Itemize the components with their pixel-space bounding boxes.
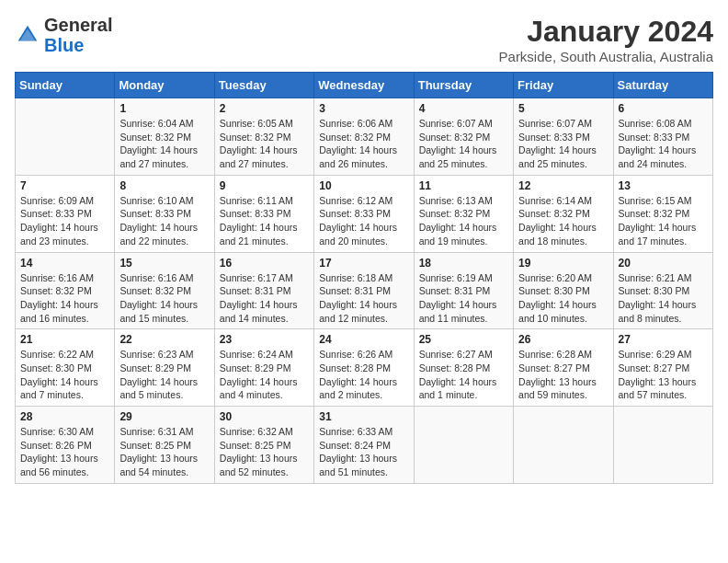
- day-number: 29: [119, 410, 209, 423]
- calendar-week-row: 1Sunrise: 6:04 AM Sunset: 8:32 PM Daylig…: [16, 98, 713, 176]
- day-info: Sunrise: 6:16 AM Sunset: 8:32 PM Dayligh…: [20, 271, 109, 326]
- calendar-cell: 6Sunrise: 6:08 AM Sunset: 8:33 PM Daylig…: [613, 98, 712, 176]
- day-number: 30: [220, 410, 309, 423]
- calendar-cell: 25Sunrise: 6:27 AM Sunset: 8:28 PM Dayli…: [414, 329, 513, 407]
- day-info: Sunrise: 6:28 AM Sunset: 8:27 PM Dayligh…: [518, 348, 608, 402]
- logo: General Blue: [15, 15, 112, 55]
- day-number: 17: [319, 257, 408, 270]
- day-number: 5: [518, 102, 608, 115]
- calendar-cell: 10Sunrise: 6:12 AM Sunset: 8:33 PM Dayli…: [314, 175, 414, 252]
- day-info: Sunrise: 6:32 AM Sunset: 8:25 PM Dayligh…: [220, 425, 309, 479]
- day-info: Sunrise: 6:21 AM Sunset: 8:30 PM Dayligh…: [619, 271, 708, 326]
- weekday-header-friday: Friday: [514, 73, 613, 98]
- day-info: Sunrise: 6:26 AM Sunset: 8:28 PM Dayligh…: [319, 348, 408, 402]
- day-info: Sunrise: 6:06 AM Sunset: 8:32 PM Dayligh…: [319, 117, 408, 171]
- day-number: 12: [518, 179, 608, 192]
- day-info: Sunrise: 6:12 AM Sunset: 8:33 PM Dayligh…: [319, 194, 408, 248]
- weekday-header-sunday: Sunday: [16, 73, 115, 98]
- calendar-cell: 28Sunrise: 6:30 AM Sunset: 8:26 PM Dayli…: [16, 407, 115, 484]
- calendar-cell: [514, 407, 613, 484]
- day-info: Sunrise: 6:18 AM Sunset: 8:31 PM Dayligh…: [319, 271, 408, 326]
- logo-text: General Blue: [44, 15, 112, 55]
- day-number: 3: [319, 102, 408, 115]
- calendar-cell: [414, 407, 513, 484]
- title-block: January 2024 Parkside, South Australia, …: [499, 15, 713, 64]
- calendar-cell: 23Sunrise: 6:24 AM Sunset: 8:29 PM Dayli…: [214, 329, 313, 407]
- day-info: Sunrise: 6:09 AM Sunset: 8:33 PM Dayligh…: [20, 194, 109, 248]
- calendar-cell: [613, 407, 712, 484]
- calendar-table: SundayMondayTuesdayWednesdayThursdayFrid…: [15, 72, 713, 484]
- day-number: 23: [220, 333, 309, 346]
- day-info: Sunrise: 6:08 AM Sunset: 8:33 PM Dayligh…: [619, 117, 708, 171]
- day-info: Sunrise: 6:31 AM Sunset: 8:25 PM Dayligh…: [119, 425, 209, 479]
- calendar-cell: 29Sunrise: 6:31 AM Sunset: 8:25 PM Dayli…: [115, 407, 214, 484]
- day-number: 8: [119, 179, 209, 192]
- day-info: Sunrise: 6:23 AM Sunset: 8:29 PM Dayligh…: [119, 348, 209, 402]
- day-number: 27: [619, 333, 708, 346]
- calendar-cell: 15Sunrise: 6:16 AM Sunset: 8:32 PM Dayli…: [115, 252, 214, 329]
- day-info: Sunrise: 6:16 AM Sunset: 8:32 PM Dayligh…: [119, 271, 209, 326]
- calendar-cell: 1Sunrise: 6:04 AM Sunset: 8:32 PM Daylig…: [115, 98, 214, 176]
- calendar-cell: 31Sunrise: 6:33 AM Sunset: 8:24 PM Dayli…: [314, 407, 414, 484]
- logo-blue: Blue: [44, 35, 84, 55]
- day-number: 20: [619, 257, 708, 270]
- calendar-cell: 3Sunrise: 6:06 AM Sunset: 8:32 PM Daylig…: [314, 98, 414, 176]
- calendar-cell: 9Sunrise: 6:11 AM Sunset: 8:33 PM Daylig…: [214, 175, 313, 252]
- calendar-week-row: 7Sunrise: 6:09 AM Sunset: 8:33 PM Daylig…: [16, 175, 713, 252]
- calendar-cell: 12Sunrise: 6:14 AM Sunset: 8:32 PM Dayli…: [514, 175, 613, 252]
- day-number: 14: [20, 257, 109, 270]
- day-number: 21: [20, 333, 109, 346]
- day-number: 15: [119, 257, 209, 270]
- logo-icon: [15, 22, 40, 48]
- day-info: Sunrise: 6:14 AM Sunset: 8:32 PM Dayligh…: [518, 194, 608, 248]
- calendar-cell: 14Sunrise: 6:16 AM Sunset: 8:32 PM Dayli…: [16, 252, 115, 329]
- calendar-cell: 24Sunrise: 6:26 AM Sunset: 8:28 PM Dayli…: [314, 329, 414, 407]
- day-number: 7: [20, 179, 109, 192]
- day-info: Sunrise: 6:10 AM Sunset: 8:33 PM Dayligh…: [119, 194, 209, 248]
- calendar-cell: 4Sunrise: 6:07 AM Sunset: 8:32 PM Daylig…: [414, 98, 513, 176]
- weekday-header-wednesday: Wednesday: [314, 73, 414, 98]
- day-info: Sunrise: 6:33 AM Sunset: 8:24 PM Dayligh…: [319, 425, 408, 479]
- day-number: 13: [619, 179, 708, 192]
- calendar-subtitle: Parkside, South Australia, Australia: [499, 49, 713, 64]
- day-info: Sunrise: 6:30 AM Sunset: 8:26 PM Dayligh…: [20, 425, 109, 479]
- day-number: 10: [319, 179, 408, 192]
- calendar-cell: 11Sunrise: 6:13 AM Sunset: 8:32 PM Dayli…: [414, 175, 513, 252]
- day-info: Sunrise: 6:05 AM Sunset: 8:32 PM Dayligh…: [220, 117, 309, 171]
- day-number: 2: [220, 102, 309, 115]
- day-info: Sunrise: 6:07 AM Sunset: 8:32 PM Dayligh…: [419, 117, 508, 171]
- day-number: 6: [619, 102, 708, 115]
- calendar-cell: 19Sunrise: 6:20 AM Sunset: 8:30 PM Dayli…: [514, 252, 613, 329]
- calendar-week-row: 28Sunrise: 6:30 AM Sunset: 8:26 PM Dayli…: [16, 407, 713, 484]
- day-info: Sunrise: 6:15 AM Sunset: 8:32 PM Dayligh…: [619, 194, 708, 248]
- day-info: Sunrise: 6:11 AM Sunset: 8:33 PM Dayligh…: [220, 194, 309, 248]
- weekday-header-tuesday: Tuesday: [214, 73, 313, 98]
- day-info: Sunrise: 6:27 AM Sunset: 8:28 PM Dayligh…: [419, 348, 508, 402]
- calendar-cell: 22Sunrise: 6:23 AM Sunset: 8:29 PM Dayli…: [115, 329, 214, 407]
- day-number: 22: [119, 333, 209, 346]
- calendar-cell: 18Sunrise: 6:19 AM Sunset: 8:31 PM Dayli…: [414, 252, 513, 329]
- calendar-cell: 30Sunrise: 6:32 AM Sunset: 8:25 PM Dayli…: [214, 407, 313, 484]
- day-number: 4: [419, 102, 508, 115]
- calendar-cell: 5Sunrise: 6:07 AM Sunset: 8:33 PM Daylig…: [514, 98, 613, 176]
- day-number: 24: [319, 333, 408, 346]
- day-number: 19: [518, 257, 608, 270]
- day-info: Sunrise: 6:07 AM Sunset: 8:33 PM Dayligh…: [518, 117, 608, 171]
- calendar-cell: [16, 98, 115, 176]
- calendar-cell: 20Sunrise: 6:21 AM Sunset: 8:30 PM Dayli…: [613, 252, 712, 329]
- calendar-title: January 2024: [499, 15, 713, 49]
- day-number: 11: [419, 179, 508, 192]
- calendar-cell: 7Sunrise: 6:09 AM Sunset: 8:33 PM Daylig…: [16, 175, 115, 252]
- calendar-cell: 16Sunrise: 6:17 AM Sunset: 8:31 PM Dayli…: [214, 252, 313, 329]
- calendar-week-row: 21Sunrise: 6:22 AM Sunset: 8:30 PM Dayli…: [16, 329, 713, 407]
- calendar-cell: 21Sunrise: 6:22 AM Sunset: 8:30 PM Dayli…: [16, 329, 115, 407]
- weekday-header-monday: Monday: [115, 73, 214, 98]
- day-info: Sunrise: 6:20 AM Sunset: 8:30 PM Dayligh…: [518, 271, 608, 326]
- calendar-week-row: 14Sunrise: 6:16 AM Sunset: 8:32 PM Dayli…: [16, 252, 713, 329]
- day-number: 28: [20, 410, 109, 423]
- calendar-cell: 26Sunrise: 6:28 AM Sunset: 8:27 PM Dayli…: [514, 329, 613, 407]
- day-info: Sunrise: 6:22 AM Sunset: 8:30 PM Dayligh…: [20, 348, 109, 402]
- calendar-cell: 8Sunrise: 6:10 AM Sunset: 8:33 PM Daylig…: [115, 175, 214, 252]
- day-info: Sunrise: 6:19 AM Sunset: 8:31 PM Dayligh…: [419, 271, 508, 326]
- weekday-header-thursday: Thursday: [414, 73, 513, 98]
